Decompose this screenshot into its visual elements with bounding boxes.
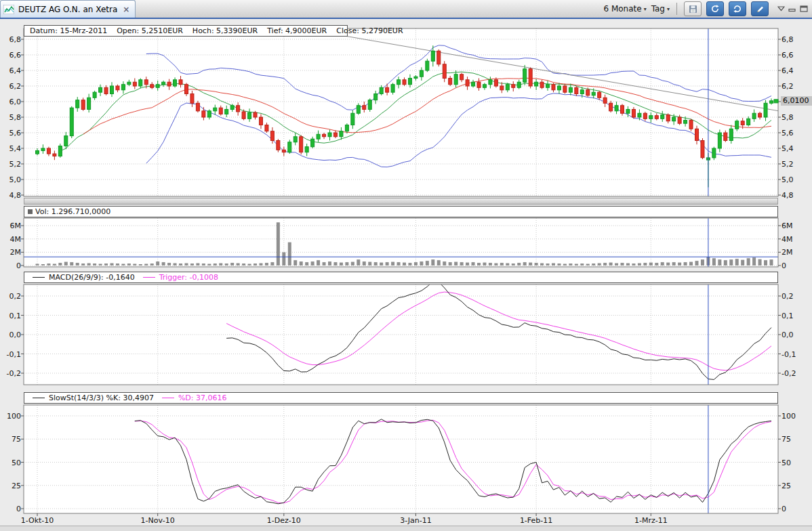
floppy-icon [689,5,697,14]
y-axis-label: 5,2 [0,160,21,169]
tab-bar: DEUTZ AG O.N. an Xetra × 6 Monate ▾ Tag … [0,0,812,19]
chevron-down-icon: ▾ [667,6,670,12]
y-axis-label: 6M [781,221,811,230]
datum-value: Datum: 15-Mrz-2011 [30,26,107,36]
y-axis-label: 6,4 [781,66,811,75]
chart-app-icon [3,5,14,14]
view-menu-icon[interactable] [777,6,785,12]
trigger-line-swatch-icon [143,277,155,278]
x-axis-label: 1-Dez-10 [260,516,308,525]
reload-button[interactable] [729,1,746,16]
chart-tab[interactable]: DEUTZ AG O.N. an Xetra × [0,0,136,18]
volume-swatch-icon [28,209,33,214]
y-axis-label: 5,8 [0,113,21,122]
toolbar-separator [676,3,677,15]
y-axis-label: 6,8 [0,35,21,44]
macd-legend: MACD(26/9/9): -0,1640 Trigger: -0,1008 [24,272,778,283]
y-axis-label: 0,0 [781,331,811,339]
y-axis-label: 6,2 [0,82,21,91]
y-axis-label: 0,1 [781,312,811,320]
x-axis-label: 3-Jan-11 [392,516,439,525]
tab-close-icon[interactable]: × [123,5,129,14]
interval-dropdown[interactable]: Tag ▾ [651,4,670,14]
y-axis-label: 5,4 [0,144,21,153]
stoch-d-legend-label: %D: 37,0616 [178,393,227,403]
y-axis-label: 0 [0,261,21,270]
y-axis-label: 6,6 [781,51,811,60]
period-label: 6 Monate [603,4,641,14]
x-axis-label: 1-Mrz-11 [627,516,674,525]
refresh-icon [710,4,720,14]
save-button[interactable] [684,1,702,16]
maximize-icon[interactable] [800,5,808,12]
y-axis-label: 6,2 [781,82,811,91]
y-axis-label: 100 [781,412,811,421]
y-axis-label: 5,8 [781,113,811,122]
pencil-icon [756,5,765,14]
stoch-k-swatch-icon [33,398,45,398]
y-axis-label: 5,4 [781,144,811,153]
ohlc-info-bar: Datum: 15-Mrz-2011 Open: 5,2510EUR Hoch:… [24,25,348,37]
x-axis-label: 1-Nov-10 [134,516,182,525]
y-axis-label: 0 [781,261,811,270]
y-axis-label: -0,1 [0,350,21,359]
y-axis-label: -0,2 [0,369,21,378]
interval-label: Tag [651,4,665,14]
volume-legend-label: Vol: 1.296.710,0000 [35,207,110,217]
last-price-marker [774,100,778,103]
chevron-down-icon: ▾ [644,6,647,12]
y-axis-label: -0,1 [781,350,811,359]
y-axis-label: 6,0 [0,98,21,106]
y-axis-label: 2M [781,248,811,257]
refresh-button[interactable] [706,1,724,16]
y-axis-label: 4M [0,235,21,244]
y-axis-label: 0 [0,505,21,513]
y-axis-label: 5,0 [781,175,811,184]
y-axis-label: 6,4 [0,66,21,75]
y-axis-label: 75 [781,435,811,444]
last-price-tag: 6,0100 [781,96,812,106]
y-axis-label: 5,6 [0,129,21,137]
reload-icon [733,4,742,14]
hoch-value: Hoch: 5,3390EUR [192,26,258,36]
y-axis-label: 25 [0,482,21,490]
x-axis-label: 1-Feb-11 [512,516,560,525]
stoch-k-legend-label: SlowSt(14/3/3) %K: 30,4907 [49,393,154,403]
y-axis-label: 5,0 [0,175,21,184]
y-axis-label: 4,8 [781,191,811,200]
y-axis-label: 0,2 [0,292,21,301]
x-axis-label: 1-Okt-10 [14,516,61,525]
period-dropdown[interactable]: 6 Monate ▾ [603,4,646,14]
y-axis-label: 50 [0,459,21,467]
y-axis-label: 75 [0,435,21,444]
stochastic-legend: SlowSt(14/3/3) %K: 30,4907 %D: 37,0616 [24,392,778,404]
trigger-legend-label: Trigger: -0,1008 [159,272,218,282]
open-value: Open: 5,2510EUR [117,26,183,36]
y-axis-label: 50 [781,459,811,467]
edit-button[interactable] [751,1,769,16]
y-axis-label: 100 [0,412,21,421]
y-axis-label: 0,2 [781,292,811,301]
toolbar: 6 Monate ▾ Tag ▾ [603,0,812,18]
tief-value: Tief: 4,9000EUR [267,26,327,36]
y-axis-label: 5,2 [781,160,811,169]
y-axis-label: 6,8 [781,35,811,44]
view-controls [777,5,808,12]
panel-splitter[interactable] [24,198,778,205]
macd-legend-label: MACD(26/9/9): -0,1640 [49,272,135,282]
y-axis-label: 0,1 [0,312,21,320]
y-axis-label: 6M [0,221,21,230]
y-axis-label: 5,6 [781,129,811,137]
application-window: DEUTZ AG O.N. an Xetra × 6 Monate ▾ Tag … [0,0,812,531]
volume-legend: Vol: 1.296.710,0000 [24,206,778,217]
close-value: Close: 5,2790EUR [336,26,403,36]
y-axis-label: 4M [781,235,811,244]
stoch-d-swatch-icon [162,398,174,398]
horizontal-scrollbar[interactable] [0,526,812,531]
minimize-icon[interactable] [788,5,796,12]
y-axis-label: 6,6 [0,51,21,60]
y-axis-label: 4,8 [0,191,21,200]
y-axis-label: 0 [781,505,811,513]
y-axis-label: 25 [781,482,811,490]
tab-title: DEUTZ AG O.N. an Xetra [18,5,117,14]
